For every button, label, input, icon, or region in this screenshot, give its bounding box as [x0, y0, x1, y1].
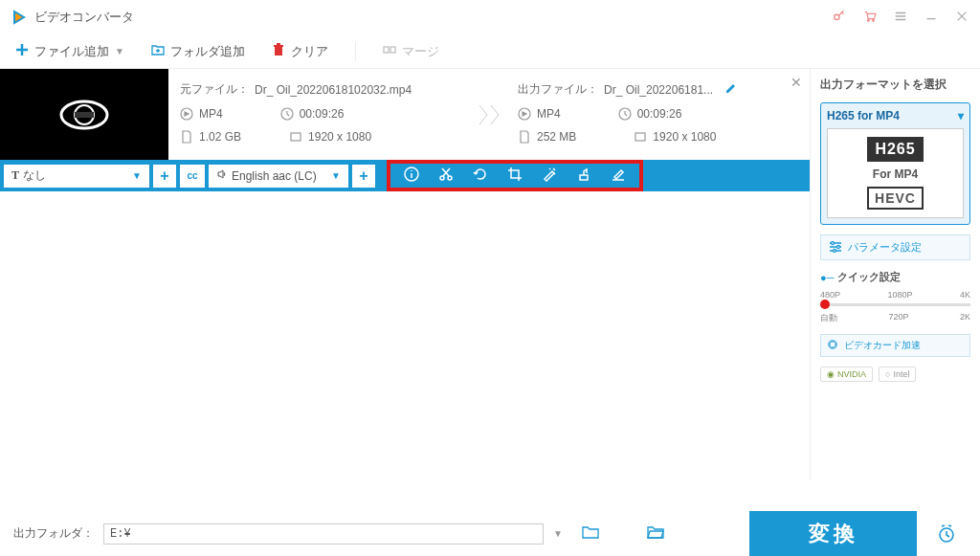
chevron-down-icon: ▼	[132, 170, 142, 181]
rotate-tool-icon[interactable]	[473, 167, 488, 186]
intel-badge: ○Intel	[879, 367, 916, 382]
schedule-icon[interactable]	[926, 523, 967, 545]
right-panel: 出力フォーマットを選択 H265 for MP4▾ H265 For MP4 H…	[810, 69, 980, 480]
svg-point-2	[873, 19, 875, 21]
app-logo-icon	[11, 10, 27, 25]
browse-folder-icon[interactable]	[582, 524, 599, 544]
cart-icon[interactable]	[863, 10, 877, 26]
svg-point-15	[440, 176, 444, 180]
src-duration: 00:09:26	[300, 107, 345, 121]
bullet-icon: ●─	[820, 272, 834, 283]
chevron-down-icon[interactable]: ▼	[553, 528, 563, 539]
dst-file-label: 出力ファイル：	[518, 81, 598, 98]
trash-icon	[272, 43, 285, 59]
cc-button[interactable]: cc	[180, 165, 205, 188]
output-info: 出力ファイル：Dr_ Oil_202206181... MP4 00:09:26…	[506, 69, 810, 160]
chip-icon	[827, 339, 838, 352]
open-folder-icon[interactable]	[647, 524, 664, 544]
src-file-label: 元ファイル：	[180, 81, 249, 98]
add-subtitle-button[interactable]: +	[153, 165, 176, 188]
svg-rect-4	[390, 47, 395, 53]
remove-file-icon[interactable]: ✕	[791, 75, 802, 90]
src-file-name: Dr_ Oil_20220618102032.mp4	[255, 83, 412, 97]
file-controls-bar: T なし ▼ + cc English aac (LC) ▼ +	[0, 160, 810, 191]
clock-icon	[280, 107, 294, 121]
add-file-label: ファイル追加	[34, 43, 109, 60]
file-icon	[180, 130, 193, 144]
add-folder-label: フォルダ追加	[170, 43, 245, 60]
plus-icon	[15, 43, 29, 59]
gpu-label: ビデオカード加速	[844, 339, 921, 352]
menu-icon[interactable]	[894, 10, 907, 26]
chevron-down-icon: ▼	[331, 170, 341, 181]
edit-tools-highlight	[387, 160, 643, 191]
format-badge: H265 For MP4 HEVC	[827, 128, 964, 218]
format-name: H265 for MP4	[827, 109, 900, 122]
file-icon	[518, 130, 531, 144]
add-audio-button[interactable]: +	[352, 165, 375, 188]
h265-label: H265	[867, 137, 923, 162]
audio-dropdown[interactable]: English aac (LC) ▼	[209, 165, 348, 188]
output-format-title: 出力フォーマットを選択	[820, 77, 970, 93]
app-title: ビデオコンバータ	[34, 9, 134, 26]
watermark-tool-icon[interactable]	[576, 167, 591, 186]
add-folder-button[interactable]: フォルダ追加	[151, 43, 245, 60]
crop-tool-icon[interactable]	[507, 167, 523, 186]
dst-size: 252 MB	[537, 130, 576, 144]
subtitle-dropdown[interactable]: T なし ▼	[4, 165, 149, 188]
effects-tool-icon[interactable]	[542, 167, 557, 186]
for-mp4-label: For MP4	[835, 167, 955, 181]
svg-rect-17	[580, 175, 588, 180]
minimize-icon[interactable]	[924, 10, 938, 26]
param-label: パラメータ設定	[848, 240, 922, 255]
src-size: 1.02 GB	[199, 130, 241, 144]
folder-plus-icon	[151, 43, 165, 59]
dst-file-name: Dr_ Oil_202206181...	[604, 83, 713, 97]
add-file-button[interactable]: ファイル追加 ▼	[15, 43, 124, 60]
chevron-down-icon: ▼	[115, 46, 124, 56]
nvidia-badge: ◉NVIDIA	[820, 367, 873, 382]
info-tool-icon[interactable]	[404, 167, 419, 186]
video-thumbnail[interactable]	[0, 69, 168, 160]
format-card[interactable]: H265 for MP4▾ H265 For MP4 HEVC	[820, 102, 970, 225]
divider	[355, 42, 356, 61]
svg-point-18	[832, 241, 835, 244]
bottom-bar: 出力フォルダ： ▼ 変換	[0, 511, 980, 556]
svg-rect-3	[384, 47, 389, 53]
svg-rect-7	[75, 112, 94, 118]
resolution-icon	[289, 130, 302, 144]
quality-slider[interactable]	[820, 303, 970, 306]
cut-tool-icon[interactable]	[438, 167, 454, 186]
hevc-label: HEVC	[867, 187, 924, 210]
slider-ticks-bottom: 自動 720P 2K	[820, 312, 970, 324]
sliders-icon	[829, 241, 842, 255]
slider-knob[interactable]	[820, 300, 830, 309]
text-icon: T	[11, 168, 19, 183]
close-icon[interactable]	[955, 10, 969, 26]
convert-button[interactable]: 変換	[749, 511, 917, 556]
output-folder-input[interactable]	[103, 523, 544, 545]
key-icon[interactable]	[833, 10, 846, 26]
clock-icon	[618, 107, 632, 121]
merge-label: マージ	[402, 43, 439, 60]
rename-icon[interactable]	[724, 81, 738, 98]
subtitle-tool-icon[interactable]	[611, 167, 626, 186]
dst-duration: 00:09:26	[637, 107, 682, 121]
toolbar: ファイル追加 ▼ フォルダ追加 クリア マージ	[0, 34, 980, 69]
clear-button[interactable]: クリア	[272, 43, 328, 60]
format-icon	[518, 107, 531, 121]
merge-icon	[383, 43, 396, 59]
audio-value: English aac (LC)	[232, 169, 317, 183]
gpu-accel-button[interactable]: ビデオカード加速	[820, 334, 970, 357]
intel-icon: ○	[885, 369, 890, 379]
src-resolution: 1920 x 1080	[308, 130, 371, 144]
svg-point-1	[867, 19, 869, 21]
svg-rect-21	[830, 342, 835, 347]
svg-rect-13	[635, 133, 645, 141]
param-settings-button[interactable]: パラメータ設定	[820, 234, 970, 260]
dst-format: MP4	[537, 107, 561, 121]
src-format: MP4	[199, 107, 223, 121]
subtitle-value: なし	[23, 167, 46, 184]
svg-rect-10	[291, 133, 301, 141]
clear-label: クリア	[291, 43, 328, 60]
